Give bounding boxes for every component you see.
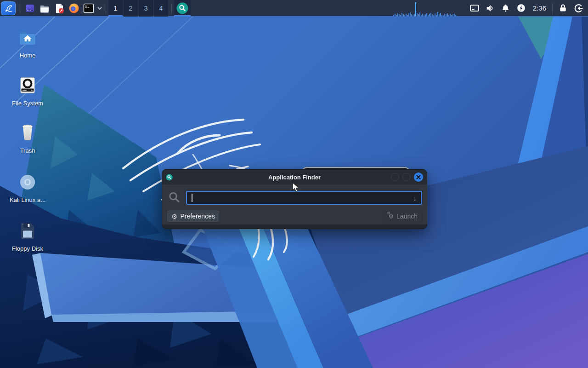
cpu-graph-bar	[447, 13, 448, 16]
desktop-icon-file-system[interactable]: File System	[4, 75, 51, 107]
cpu-graph-bar	[452, 14, 453, 16]
panel-separator	[171, 3, 172, 13]
cpu-graph-bar	[399, 14, 400, 16]
power-manager-tray-button[interactable]	[514, 0, 529, 17]
app-finder-icon	[176, 2, 188, 14]
launch-gears-icon: ⚙	[388, 213, 394, 219]
terminal-icon: $	[83, 3, 94, 14]
cpu-graph-bar	[426, 13, 427, 16]
cpu-graph-bar	[448, 15, 449, 16]
cdrom-icon	[17, 172, 38, 192]
window-icon	[24, 3, 35, 14]
workspace-4[interactable]: 4	[154, 0, 168, 17]
firefox-launcher[interactable]	[67, 1, 81, 16]
cpu-graph-bar	[425, 14, 426, 16]
notifications-tray-button[interactable]	[498, 0, 514, 17]
hard-drive-icon	[17, 75, 38, 96]
folder-icon	[39, 3, 50, 14]
maximize-button[interactable]	[402, 173, 411, 181]
cpu-graph-bar	[414, 14, 415, 16]
clock[interactable]: 2:36	[529, 4, 550, 12]
cpu-graph-bar	[408, 13, 409, 16]
file-manager-launcher[interactable]	[37, 1, 52, 16]
desktop-icon-home[interactable]: Home	[4, 28, 51, 59]
application-finder-window: Application Finder ↓	[162, 169, 427, 229]
window-title: Application Finder	[162, 174, 427, 181]
cpu-graph-bar	[411, 14, 412, 16]
panel-separator	[20, 3, 20, 13]
cpu-graph-bar	[450, 14, 451, 16]
cpu-graph-bar	[422, 14, 423, 16]
cpu-graph-bar	[418, 14, 419, 16]
cpu-graph-bar	[400, 15, 401, 16]
titlebar[interactable]: Application Finder	[162, 170, 427, 184]
preferences-label: Preferences	[180, 213, 215, 220]
lock-screen-button[interactable]	[555, 0, 571, 17]
desktop-icon-label: File System	[4, 100, 51, 107]
cpu-graph-bar	[424, 15, 424, 16]
workspace-3[interactable]: 3	[139, 0, 153, 17]
volume-tray-button[interactable]	[482, 0, 498, 17]
close-button[interactable]	[414, 172, 423, 182]
search-input[interactable]: ↓	[186, 191, 422, 205]
cpu-graph-bar	[441, 15, 442, 16]
cpu-graph-bar	[413, 15, 413, 16]
desktop-icon-label: Trash	[4, 147, 51, 154]
window-controls	[391, 172, 423, 182]
logout-button[interactable]	[571, 0, 586, 17]
app-finder-window-icon	[166, 174, 173, 181]
dropdown-arrow-icon[interactable]: ↓	[413, 194, 417, 202]
launch-button[interactable]: ⚙ Launch	[383, 210, 423, 223]
home-folder-icon	[17, 28, 38, 48]
kali-dragon-icon	[3, 3, 14, 14]
cpu-graph-bar	[436, 15, 437, 16]
desktop-icon-label: Floppy Disk	[4, 245, 51, 252]
preferences-button[interactable]: ⚙ Preferences	[166, 210, 220, 223]
gear-icon: ⚙	[171, 213, 177, 220]
kali-menu-button[interactable]	[1, 1, 16, 15]
document-edit-icon	[54, 3, 65, 14]
volume-icon	[485, 3, 495, 13]
cpu-graph-bar	[440, 13, 441, 16]
cpu-graph-bar	[454, 14, 455, 16]
cpu-graph-bar	[451, 15, 452, 16]
workspace-switcher: 1 2 3 4	[108, 0, 169, 17]
cpu-graph-bar	[433, 15, 434, 16]
top-panel: $ 1 2 3 4	[0, 0, 588, 17]
display-tray-button[interactable]	[467, 0, 482, 17]
desktop-icon-label: Home	[4, 52, 51, 59]
panel-separator	[552, 3, 553, 14]
desktop-icon-floppy[interactable]: Floppy Disk	[4, 221, 51, 252]
cpu-graph[interactable]	[393, 0, 460, 16]
desktop: Home File System Trash Kali Linux a...	[0, 17, 588, 368]
text-editor-launcher[interactable]	[52, 1, 67, 16]
cpu-graph-bar	[444, 14, 445, 16]
workspace-1[interactable]: 1	[108, 0, 123, 17]
desktop-icon-kali-cd[interactable]: Kali Linux a...	[4, 172, 51, 203]
taskbar-application-finder[interactable]	[174, 0, 191, 17]
cpu-graph-bar	[401, 13, 402, 16]
chevron-down-icon	[97, 6, 102, 11]
workspace-2[interactable]: 2	[124, 0, 138, 17]
bell-icon	[501, 3, 510, 13]
power-manager-icon	[516, 3, 526, 13]
desktop-icon-label: Kali Linux a...	[4, 196, 51, 203]
cpu-graph-bar	[397, 13, 398, 16]
cpu-graph-bar	[446, 14, 447, 16]
trash-icon	[17, 123, 38, 143]
close-icon	[416, 175, 421, 179]
text-caret	[192, 194, 192, 202]
search-icon	[168, 191, 181, 205]
cpu-graph-bar	[396, 15, 397, 16]
cpu-graph-bar	[443, 15, 444, 16]
terminal-dropdown[interactable]	[96, 1, 103, 16]
terminal-launcher[interactable]: $	[81, 1, 96, 16]
lock-icon	[558, 3, 568, 13]
cpu-graph-bar	[393, 15, 394, 16]
panel-separator	[106, 3, 106, 13]
display-icon	[469, 3, 480, 13]
minimize-button[interactable]	[391, 173, 399, 181]
window-manager-launcher[interactable]	[23, 1, 37, 16]
desktop-icon-trash[interactable]: Trash	[4, 123, 51, 154]
cpu-graph-bar	[410, 12, 411, 16]
